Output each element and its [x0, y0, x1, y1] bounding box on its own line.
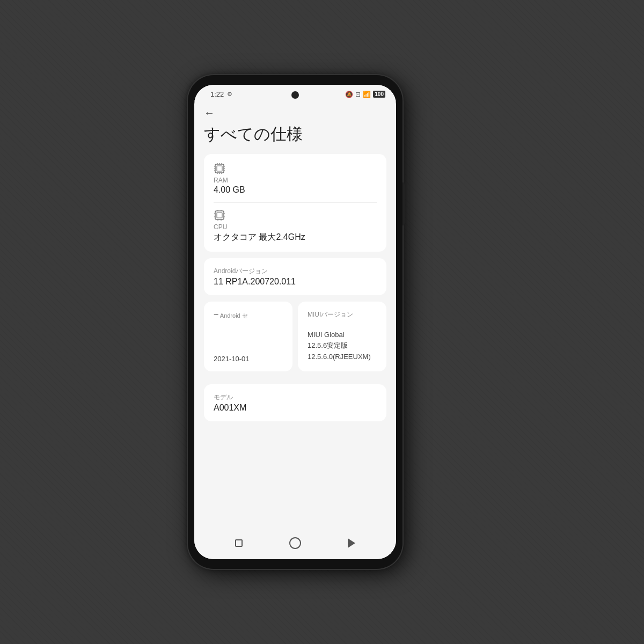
- card-divider: [214, 202, 377, 203]
- two-col-row: ~ Android セ 2021-10-01 MIUIバージョン MIUI Gl…: [204, 302, 386, 378]
- status-bar-left: 1:22 ⚙: [205, 90, 232, 98]
- cpu-label: CPU: [214, 223, 377, 231]
- battery-indicator: 100: [373, 91, 385, 98]
- android-security-label: ~ Android セ: [214, 310, 283, 320]
- status-time: 1:22: [210, 90, 224, 98]
- ram-value: 4.00 GB: [214, 185, 377, 195]
- nav-bar: [194, 527, 396, 559]
- back-nav-icon: [348, 538, 355, 548]
- phone-chassis: 1:22 ⚙ 🔕 ⊡ 📶 100 ← すべての仕様: [188, 75, 402, 569]
- phone-device: 1:22 ⚙ 🔕 ⊡ 📶 100 ← すべての仕様: [188, 75, 413, 569]
- android-version-card: Androidバージョン 11 RP1A.200720.011: [204, 258, 386, 295]
- svg-rect-14: [215, 211, 224, 219]
- miui-version-value: MIUI Global 12.5.6安定版 12.5.6.0(RJEEUXM): [308, 330, 377, 363]
- ram-spec-item: RAM 4.00 GB: [214, 163, 377, 195]
- status-bar-right: 🔕 ⊡ 📶 100: [345, 91, 385, 98]
- recent-apps-icon: [235, 539, 243, 547]
- android-security-card: ~ Android セ 2021-10-01: [204, 302, 292, 371]
- wifi-icon: 📶: [363, 91, 371, 98]
- model-card: モデル A001XM: [204, 384, 386, 421]
- home-icon: [289, 537, 301, 549]
- ram-icon: [214, 163, 225, 174]
- screen-content: ← すべての仕様: [194, 101, 396, 520]
- settings-icon: ⚙: [227, 91, 232, 98]
- svg-rect-15: [217, 213, 222, 218]
- android-version-label: Androidバージョン: [214, 267, 377, 276]
- miui-version-label: MIUIバージョン: [308, 310, 377, 319]
- miui-version-card: MIUIバージョン MIUI Global 12.5.6安定版 12.5.6.0…: [298, 302, 386, 371]
- cpu-value: オクタコア 最大2.4GHz: [214, 232, 377, 243]
- recent-apps-button[interactable]: [231, 536, 246, 551]
- page-title: すべての仕様: [204, 123, 386, 144]
- camera-hole: [291, 91, 299, 99]
- svg-rect-1: [217, 166, 222, 171]
- phone-screen: 1:22 ⚙ 🔕 ⊡ 📶 100 ← すべての仕様: [194, 85, 396, 559]
- cpu-icon: [214, 209, 225, 221]
- mute-icon: 🔕: [345, 91, 353, 98]
- back-button[interactable]: ←: [204, 107, 386, 119]
- cpu-spec-item: CPU オクタコア 最大2.4GHz: [214, 209, 377, 243]
- model-label: モデル: [214, 393, 377, 402]
- model-value: A001XM: [214, 403, 377, 413]
- hardware-card: RAM 4.00 GB: [204, 154, 386, 252]
- ram-label: RAM: [214, 177, 377, 184]
- android-security-date: 2021-10-01: [214, 339, 283, 363]
- android-version-value: 11 RP1A.200720.011: [214, 277, 377, 287]
- back-nav-button[interactable]: [344, 536, 359, 551]
- status-bar: 1:22 ⚙ 🔕 ⊡ 📶 100: [194, 85, 396, 101]
- home-button[interactable]: [288, 536, 303, 551]
- screen-icon: ⊡: [355, 91, 361, 98]
- svg-rect-0: [215, 164, 224, 173]
